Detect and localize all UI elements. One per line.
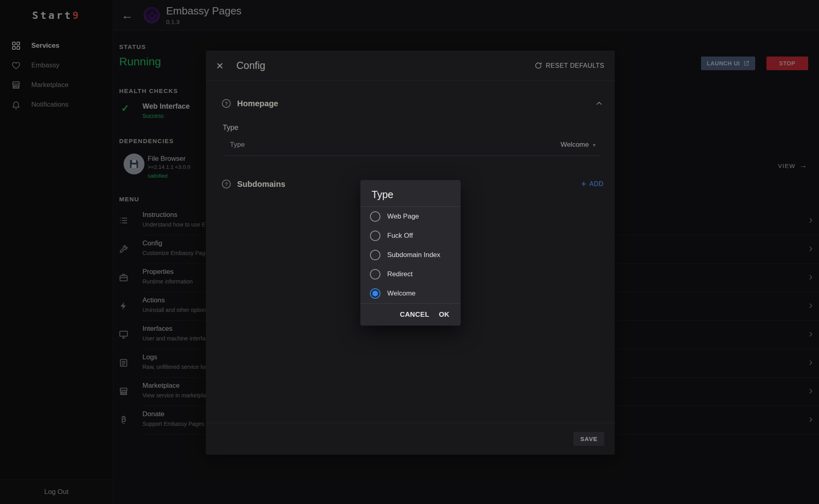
radio-icon bbox=[370, 211, 380, 222]
radio-option-welcome[interactable]: Welcome bbox=[360, 284, 461, 303]
type-dialog-buttons: CANCEL OK bbox=[360, 304, 461, 326]
radio-option-label: Welcome bbox=[387, 289, 416, 298]
radio-icon bbox=[370, 269, 380, 279]
cancel-button[interactable]: CANCEL bbox=[395, 308, 434, 322]
radio-icon bbox=[370, 250, 380, 260]
radio-option-redirect[interactable]: Redirect bbox=[360, 265, 461, 284]
type-option-list: Web Page Fuck Off Subdomain Index Redire… bbox=[360, 206, 461, 304]
radio-option-label: Web Page bbox=[387, 213, 419, 221]
radio-option-label: Subdomain Index bbox=[387, 251, 440, 259]
radio-option-subdomain-index[interactable]: Subdomain Index bbox=[360, 245, 461, 265]
ok-button[interactable]: OK bbox=[434, 308, 454, 322]
type-select-dialog: Type Web Page Fuck Off Subdomain Index R… bbox=[360, 180, 461, 326]
type-dialog-title: Type bbox=[360, 180, 461, 206]
embassy-os-screen: Start9 Services Embassy Marketplace Noti… bbox=[0, 0, 819, 504]
radio-option-web-page[interactable]: Web Page bbox=[360, 207, 461, 226]
radio-selected-icon bbox=[370, 288, 380, 299]
radio-option-fuck-off[interactable]: Fuck Off bbox=[360, 226, 461, 245]
radio-icon bbox=[370, 231, 380, 241]
radio-option-label: Redirect bbox=[387, 270, 413, 278]
radio-option-label: Fuck Off bbox=[387, 232, 413, 240]
